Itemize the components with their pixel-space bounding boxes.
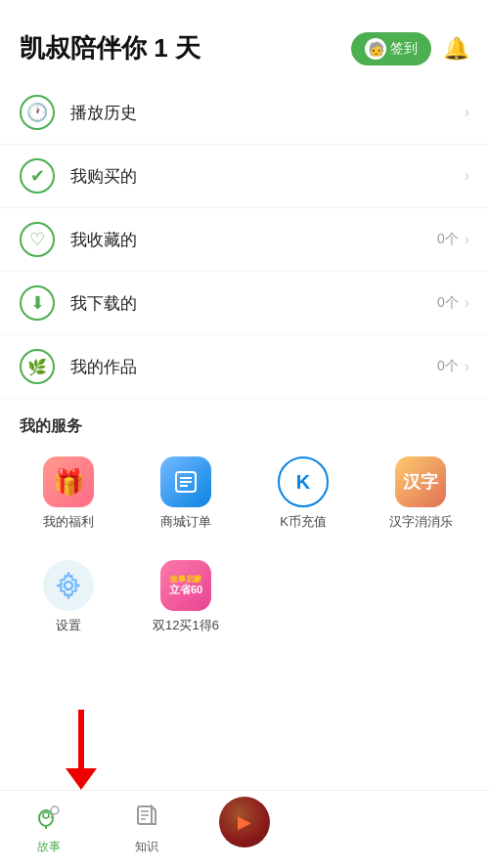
menu-item-count: 0个 <box>437 358 459 375</box>
menu-item-purchased[interactable]: ✔ 我购买的 › <box>0 145 489 208</box>
menu-item-downloads[interactable]: ⬇ 我下载的 0个 › <box>0 272 489 335</box>
service-item-double12[interactable]: 故事启蒙 立省60 双12买1得6 <box>127 550 244 644</box>
menu-item-label: 我购买的 <box>70 165 459 188</box>
chevron-right-icon: › <box>465 358 469 375</box>
menu-item-history[interactable]: 🕐 播放历史 › <box>0 81 489 145</box>
story-icon <box>36 803 62 835</box>
knowledge-icon <box>134 803 159 835</box>
red-arrow-overlay <box>66 710 97 790</box>
settings-icon <box>43 560 94 611</box>
menu-list: 🕐 播放历史 › ✔ 我购买的 › ♡ 我收藏的 0个 › ⬇ 我下载的 0个 … <box>0 81 489 399</box>
menu-item-count: 0个 <box>437 231 459 248</box>
nav-item-story[interactable]: 故事 <box>0 803 98 855</box>
gift-icon: 🎁 <box>43 456 94 507</box>
nav-item-play[interactable] <box>196 797 293 863</box>
leaf-icon: 🌿 <box>20 349 55 384</box>
clock-icon: 🕐 <box>20 95 55 130</box>
bell-icon[interactable]: 🔔 <box>443 36 469 62</box>
bottom-nav: 故事 知识 <box>0 790 489 868</box>
nav-label-story: 故事 <box>37 839 61 855</box>
chevron-right-icon: › <box>465 294 469 312</box>
svg-marker-11 <box>152 806 156 824</box>
page-title: 凯叔陪伴你 1 天 <box>20 31 200 65</box>
order-icon <box>160 456 211 507</box>
nav-item-knowledge[interactable]: 知识 <box>98 803 196 855</box>
nav-label-knowledge: 知识 <box>135 839 158 855</box>
sign-in-button[interactable]: 🧓 签到 <box>351 32 431 65</box>
menu-item-count: 0个 <box>437 294 459 312</box>
service-label: 双12买1得6 <box>153 617 219 634</box>
double12-icon: 故事启蒙 立省60 <box>160 560 211 611</box>
sign-label: 签到 <box>390 40 418 58</box>
menu-item-works[interactable]: 🌿 我的作品 0个 › <box>0 335 489 399</box>
menu-item-favorites[interactable]: ♡ 我收藏的 0个 › <box>0 208 489 272</box>
menu-item-label: 我收藏的 <box>70 229 437 251</box>
chevron-right-icon: › <box>465 231 469 248</box>
service-item-welfare[interactable]: 🎁 我的福利 <box>10 447 127 541</box>
service-item-order[interactable]: 商城订单 <box>127 447 244 541</box>
avatar-icon: 🧓 <box>365 38 386 60</box>
menu-item-label: 我的作品 <box>70 356 437 378</box>
service-item-puzzle[interactable]: 汉字 汉字消消乐 <box>362 447 479 541</box>
kcoin-icon: K <box>278 456 329 507</box>
service-item-settings[interactable]: 设置 <box>10 550 127 644</box>
header: 凯叔陪伴你 1 天 🧓 签到 🔔 <box>0 0 489 81</box>
chevron-right-icon: › <box>465 167 469 185</box>
play-center-button[interactable] <box>219 797 270 847</box>
service-item-kcoin[interactable]: K K币充值 <box>244 447 362 541</box>
service-label: 我的福利 <box>43 513 94 531</box>
svg-point-8 <box>51 806 59 814</box>
services-section-title: 我的服务 <box>0 399 489 447</box>
service-label: K币充值 <box>280 513 327 531</box>
puzzle-icon: 汉字 <box>395 456 446 507</box>
service-label: 商城订单 <box>160 513 211 531</box>
service-label: 汉字消消乐 <box>389 513 453 531</box>
arrow-head <box>66 768 97 790</box>
service-label: 设置 <box>56 617 81 634</box>
svg-point-4 <box>65 582 72 589</box>
menu-item-label: 我下载的 <box>70 292 437 315</box>
download-icon: ⬇ <box>20 285 55 321</box>
check-icon: ✔ <box>20 158 55 194</box>
header-actions: 🧓 签到 🔔 <box>351 32 469 65</box>
chevron-right-icon: › <box>465 104 469 121</box>
arrow-shaft <box>78 710 84 768</box>
services-grid: 🎁 我的福利 商城订单 K K币充值 汉字 汉字消消乐 设 <box>0 447 489 644</box>
menu-item-label: 播放历史 <box>70 102 459 124</box>
heart-icon: ♡ <box>20 222 55 257</box>
svg-point-6 <box>43 812 49 818</box>
